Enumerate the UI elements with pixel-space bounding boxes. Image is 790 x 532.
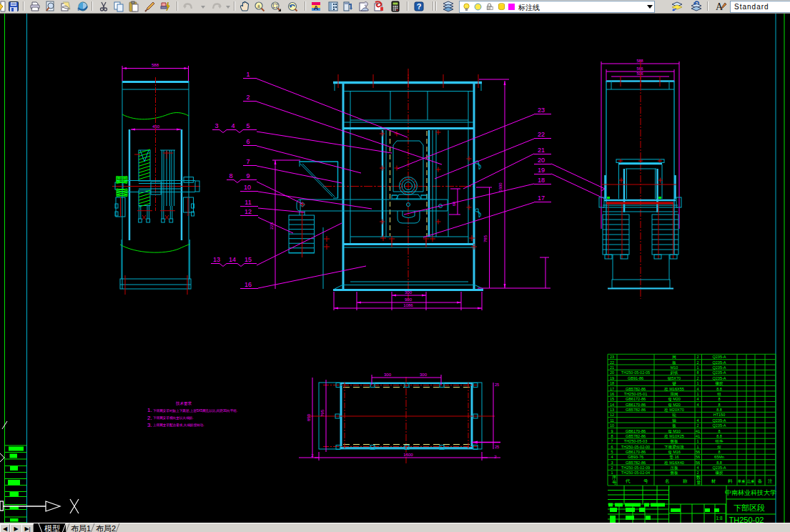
svg-text:6: 6 (611, 445, 613, 449)
svg-text:下横梁焊接: 下横梁焊接 (664, 444, 684, 449)
svg-text:9: 9 (246, 172, 250, 179)
svg-text:模型: 模型 (44, 524, 60, 532)
svg-text:TH250-05-02-05: TH250-05-02-05 (621, 370, 650, 375)
svg-text:焊: 焊 (717, 445, 721, 449)
svg-text:1:8: 1:8 (716, 516, 722, 521)
svg-text:Q235-A: Q235-A (713, 423, 726, 428)
svg-text:8.8: 8.8 (716, 460, 722, 465)
svg-text:组件: 组件 (716, 439, 724, 443)
svg-text:12: 12 (610, 413, 614, 417)
svg-text:7: 7 (611, 439, 613, 443)
svg-text:量: 量 (696, 480, 701, 485)
svg-text:900: 900 (405, 297, 413, 302)
svg-text:14: 14 (610, 403, 614, 407)
svg-text:300: 300 (420, 373, 428, 377)
svg-text:18: 18 (610, 381, 614, 385)
svg-text:中南林业科技大学: 中南林业科技大学 (725, 489, 776, 496)
svg-text:6: 6 (246, 138, 250, 145)
svg-text:GB5782-86: GB5782-86 (626, 408, 646, 412)
svg-text:Q235-A: Q235-A (713, 376, 726, 380)
svg-text:技术要求: 技术要求 (176, 401, 192, 406)
svg-text:2: 2 (696, 360, 698, 365)
svg-text:TH250-05-02-04: TH250-05-02-04 (621, 471, 650, 475)
svg-text:橡胶: 橡胶 (716, 381, 724, 385)
svg-text:9: 9 (611, 429, 613, 433)
svg-text:材: 材 (711, 478, 716, 484)
svg-text:GB93-76: GB93-76 (628, 455, 643, 459)
svg-text:17: 17 (610, 387, 614, 391)
svg-text:8: 8 (229, 172, 232, 179)
svg-text:4: 4 (696, 387, 698, 391)
svg-text:300: 300 (384, 373, 392, 377)
svg-text:19: 19 (610, 376, 614, 380)
svg-text:3.: 3. (147, 422, 152, 428)
svg-text:8: 8 (718, 429, 720, 433)
svg-text:10: 10 (244, 184, 251, 191)
svg-text:2: 2 (246, 94, 250, 101)
svg-text:14: 14 (229, 256, 236, 263)
svg-text:4: 4 (696, 466, 698, 470)
svg-text:GB6170-86: GB6170-86 (626, 429, 646, 433)
svg-text:8: 8 (611, 434, 613, 438)
svg-text:TH250-05-01: TH250-05-01 (624, 392, 647, 396)
svg-text:布局1: 布局1 (71, 524, 91, 532)
svg-text:号: 号 (612, 480, 617, 485)
svg-text:566: 566 (636, 66, 643, 71)
svg-text:15: 15 (245, 256, 252, 263)
svg-text:13: 13 (610, 408, 614, 412)
svg-text:名: 名 (665, 478, 670, 484)
svg-text:850: 850 (307, 413, 311, 421)
svg-text:组: 组 (717, 392, 721, 396)
svg-text:4: 4 (696, 418, 698, 423)
svg-text:1: 1 (246, 71, 250, 78)
svg-text:键: 键 (672, 381, 676, 386)
svg-text:母 M10: 母 M10 (668, 429, 681, 433)
svg-text:4: 4 (696, 403, 698, 407)
svg-text:5: 5 (246, 122, 250, 129)
svg-text:Q235-A: Q235-A (713, 418, 726, 423)
svg-text:下筛网安装时如上下两层,上层5X5网孔以比,间距30向平组.: 下筛网安装时如上下两层,上层5X5网孔以比,间距30向平组. (153, 408, 237, 413)
svg-text:11: 11 (610, 418, 614, 423)
svg-text:板: 板 (671, 360, 676, 365)
svg-text:25: 25 (495, 383, 499, 387)
svg-text:GB6172-86: GB6172-86 (626, 397, 646, 401)
svg-text:数: 数 (696, 475, 701, 480)
svg-text:22: 22 (538, 131, 545, 138)
svg-text:总重: 总重 (746, 479, 756, 483)
svg-text:1500: 1500 (403, 453, 413, 457)
svg-text:18: 18 (538, 177, 545, 184)
svg-text:布局2: 布局2 (96, 524, 116, 532)
svg-text:22: 22 (610, 360, 614, 365)
svg-text:8: 8 (696, 370, 698, 375)
svg-text:795: 795 (320, 409, 325, 417)
svg-text:588: 588 (636, 59, 643, 63)
svg-text:序: 序 (612, 475, 617, 480)
svg-text:GB5782-86: GB5782-86 (626, 460, 646, 465)
svg-text:号: 号 (643, 478, 648, 483)
svg-text:Q235-A: Q235-A (713, 355, 726, 359)
svg-text:母 M16: 母 M16 (668, 450, 681, 454)
svg-text:7: 7 (246, 158, 250, 165)
svg-text:栓 M20X70: 栓 M20X70 (663, 408, 684, 413)
svg-text:20: 20 (610, 370, 614, 375)
svg-text:1: 1 (696, 445, 698, 449)
svg-text:1600: 1600 (498, 182, 503, 192)
svg-text:母 M20: 母 M20 (668, 397, 681, 401)
svg-text:23: 23 (538, 107, 545, 114)
svg-text:8.8: 8.8 (716, 434, 722, 438)
svg-text:代: 代 (625, 478, 631, 483)
svg-text:GB5782-86: GB5782-86 (626, 387, 646, 391)
svg-text:TH250-05-02-00: TH250-05-02-00 (621, 445, 650, 449)
svg-text:16: 16 (245, 281, 252, 288)
svg-text:10: 10 (610, 423, 614, 428)
svg-text:网: 网 (672, 355, 676, 359)
svg-text:A: A (314, 4, 319, 11)
svg-text:±: ± (257, 3, 261, 9)
svg-text:GB91-86: GB91-86 (628, 376, 643, 380)
svg-text:19: 19 (538, 167, 545, 174)
svg-text:压板: 压板 (671, 466, 679, 470)
svg-text:M10: M10 (671, 365, 678, 370)
svg-text:8: 8 (718, 450, 720, 454)
svg-text:称: 称 (683, 478, 688, 483)
svg-text:11: 11 (245, 199, 251, 206)
